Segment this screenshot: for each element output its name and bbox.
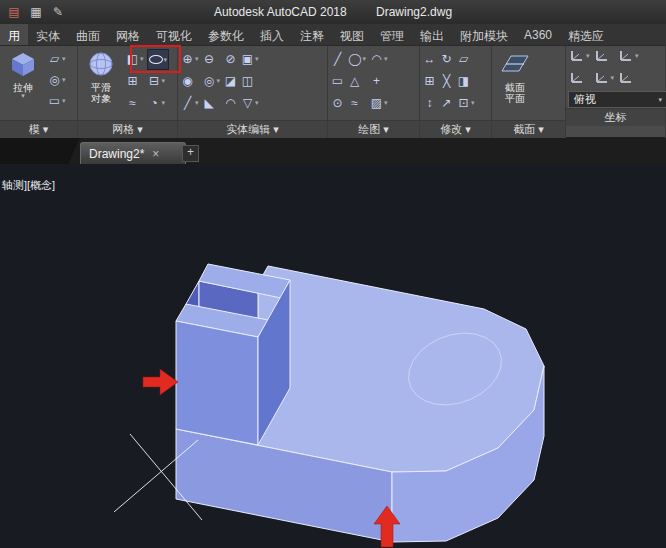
ucs-button-5[interactable]: ▾ (593, 68, 616, 87)
view-control-dropdown[interactable]: 俯视▾ (568, 91, 666, 108)
dropdown-arrow-icon: ▾ (384, 55, 388, 63)
tool-button-4[interactable]: ▣▾ (240, 49, 260, 68)
dropdown-arrow-icon: ▾ (586, 52, 590, 60)
tool-glyph-icon: ▨ (370, 96, 383, 110)
tool-button-9[interactable]: ⊡▾ (456, 93, 476, 112)
red-arrow-left (143, 369, 178, 395)
tool-button-6[interactable]: ◔▾ (147, 93, 170, 112)
title-bar: ▤▦✎ Autodesk AutoCAD 2018 Drawing2.dwg (0, 0, 666, 24)
dropdown-arrow-icon: ▾ (362, 55, 366, 63)
tool-button-4[interactable]: ▭ (330, 71, 345, 90)
tool-button-2[interactable]: ⊖ (202, 49, 222, 68)
window-title: Autodesk AutoCAD 2018 Drawing2.dwg (0, 5, 666, 19)
dropdown-arrow-icon: ▾ (384, 99, 388, 107)
tool-button-7[interactable]: ◪ (223, 71, 238, 90)
tool-glyph-icon: ▱ (457, 52, 470, 66)
panel-label-6[interactable]: 截面 ▾ (492, 120, 565, 138)
view-control-label: 俯视 (574, 92, 596, 107)
tool-button-7[interactable]: ⊙ (330, 93, 345, 112)
panel-label-2[interactable]: 网格 ▾ (78, 120, 177, 138)
tool-button-2[interactable]: ◎▾ (47, 70, 67, 89)
ribbon-tab-11[interactable]: 输出 (412, 24, 452, 45)
tool-button-6[interactable]: ◨ (456, 71, 476, 90)
tool-button-5[interactable]: ◉ (180, 71, 200, 90)
tool-button-7[interactable]: ↕ (422, 93, 437, 112)
ribbon-tab-1[interactable]: 用 (0, 24, 28, 45)
file-tab-drawing2[interactable]: Drawing2* × (80, 142, 186, 164)
ucs-button-6[interactable] (617, 68, 640, 87)
tool-button-2[interactable]: ◯▾ (347, 49, 367, 68)
block-front-face (176, 321, 258, 445)
tool-button-3[interactable]: ▭▾ (47, 91, 67, 110)
tool-button-11[interactable]: ◠ (223, 93, 238, 112)
tool-button-5[interactable]: ╳ (439, 71, 454, 90)
ribbon-tab-12[interactable]: 附加模块 (452, 24, 516, 45)
viewport[interactable]: 轴测][概念] (0, 164, 666, 548)
tool-button-3[interactable]: ▱ (456, 49, 476, 68)
ribbon-tab-13[interactable]: A360 (516, 24, 560, 45)
tool-icon-group: ╱◯▾◠▾▭△+⊙≈▨▾ (330, 49, 388, 114)
ucs-axis-icon (618, 71, 634, 85)
tool-button-8[interactable]: ↗ (439, 93, 454, 112)
ribbon-tab-8[interactable]: 注释 (292, 24, 332, 45)
ucs-button-4[interactable] (568, 68, 591, 87)
ribbon: 拉伸▾▱▾◎▾▭▾模 ▾平滑对象◧▾▾⊞⊟▾≈◔▾网格 ▾⊕▾⊖⊘▣▾◉◎▾◪◫… (0, 46, 666, 138)
panel-label-1[interactable]: 模 ▾ (0, 120, 77, 138)
ucs-axis-icon (618, 49, 634, 63)
tool-button-3[interactable]: ⊞ (125, 71, 145, 90)
tool-button-1[interactable]: ↔ (422, 49, 437, 68)
tool-glyph-icon: ╱ (181, 96, 194, 110)
tool-button-8[interactable]: ≈ (347, 93, 367, 112)
tool-button-10[interactable]: ◣ (202, 93, 222, 112)
ribbon-tab-14[interactable]: 精选应 (560, 24, 612, 45)
dropdown-arrow-icon: ▾ (611, 74, 615, 82)
ribbon-tab-6[interactable]: 参数化 (200, 24, 252, 45)
tool-button-3[interactable]: ◠▾ (369, 49, 389, 68)
tool-button-6[interactable]: + (369, 71, 389, 90)
panel-label-5[interactable]: 修改 ▾ (420, 120, 491, 138)
tool-button-1[interactable]: ◧▾ (125, 49, 145, 68)
section-plane-button[interactable]: 截面平面 (494, 49, 536, 104)
tool-button-6[interactable]: ◎▾ (202, 71, 222, 90)
tool-button-8[interactable]: ◫ (240, 71, 260, 90)
ribbon-tab-10[interactable]: 管理 (372, 24, 412, 45)
tool-button-5[interactable]: ≈ (125, 93, 145, 112)
tool-button-4[interactable]: ⊞ (422, 71, 437, 90)
tool-button-3[interactable]: ⊘ (223, 49, 238, 68)
tool-button-2[interactable]: ↻ (439, 49, 454, 68)
tool-glyph-icon: ◠ (224, 96, 237, 110)
file-tab-decor (0, 138, 80, 164)
tool-button-12[interactable]: ▽▾ (240, 93, 260, 112)
tool-glyph-icon: ◉ (181, 74, 194, 88)
app-title: Autodesk AutoCAD 2018 (214, 5, 347, 19)
ribbon-tab-7[interactable]: 插入 (252, 24, 292, 45)
highlighted-tool-button[interactable]: ▾ (147, 49, 170, 70)
dropdown-arrow-icon: ▾ (162, 99, 166, 107)
drawing-canvas[interactable] (0, 164, 666, 548)
ucs-button-2[interactable] (593, 46, 616, 65)
close-tab-icon[interactable]: × (152, 147, 159, 161)
big-button-label: 平滑对象 (91, 82, 111, 104)
panel-label-4[interactable]: 绘图 ▾ (328, 120, 419, 138)
ucs-button-1[interactable]: ▾ (568, 46, 591, 65)
tool-button-1[interactable]: ▱▾ (47, 49, 67, 68)
tool-button-1[interactable]: ╱ (330, 49, 345, 68)
tool-button-9[interactable]: ▨▾ (369, 93, 389, 112)
extrude-button[interactable]: 拉伸▾ (2, 49, 44, 99)
ribbon-tab-2[interactable]: 实体 (28, 24, 68, 45)
ribbon-tab-5[interactable]: 可视化 (148, 24, 200, 45)
tool-icon-group: ↔↻▱⊞╳◨↕↗⊡▾ (422, 49, 476, 114)
tool-button-9[interactable]: ╱▾ (180, 93, 200, 112)
tool-button-4[interactable]: ⊟▾ (147, 71, 170, 90)
new-tab-button[interactable]: + (182, 145, 199, 162)
panel-label-7[interactable]: 坐标 (566, 108, 665, 126)
ribbon-tab-4[interactable]: 网格 (108, 24, 148, 45)
tool-button-1[interactable]: ⊕▾ (180, 49, 200, 68)
ribbon-tab-9[interactable]: 视图 (332, 24, 372, 45)
ucs-button-3[interactable]: ▾ (617, 46, 640, 65)
tool-button-5[interactable]: △ (347, 71, 367, 90)
smooth-object-button[interactable]: 平滑对象 (80, 49, 122, 104)
viewport-controls-label[interactable]: 轴测][概念] (2, 178, 55, 193)
ribbon-tab-3[interactable]: 曲面 (68, 24, 108, 45)
panel-label-3[interactable]: 实体编辑 ▾ (178, 120, 327, 138)
